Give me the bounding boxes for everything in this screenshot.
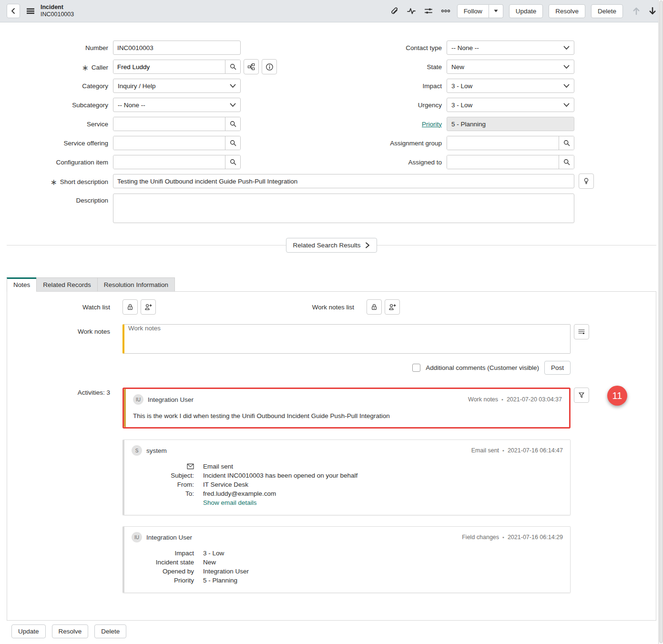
- work-notes-field[interactable]: [122, 324, 571, 354]
- update-button-footer[interactable]: Update: [11, 624, 46, 638]
- activity-entry-work-notes: IU Integration User Work notes 2021-07-2…: [124, 389, 569, 427]
- vertical-scrollbar[interactable]: [658, 0, 663, 644]
- activities-count-label: Activities: 3: [7, 388, 110, 396]
- record-title: Incident INC0010003: [41, 4, 74, 18]
- configuration-item-input[interactable]: [113, 155, 225, 169]
- number-field[interactable]: [113, 41, 241, 55]
- field-change-value: Integration User: [203, 567, 249, 576]
- service-offering-lookup-button[interactable]: [225, 136, 240, 150]
- assigned-to-lookup-button[interactable]: [559, 155, 574, 169]
- work-notes-list-lock-button[interactable]: [367, 299, 382, 315]
- caller-label: Caller: [0, 62, 108, 72]
- next-record-icon[interactable]: [648, 6, 657, 16]
- priority-field-readonly: 5 - Planning: [447, 117, 574, 131]
- state-select[interactable]: New: [447, 60, 574, 74]
- activity-filter-button[interactable]: [574, 388, 589, 403]
- caller-input[interactable]: [113, 60, 225, 73]
- additional-comments-checkbox[interactable]: [412, 364, 420, 372]
- lock-icon: [126, 303, 134, 311]
- lightbulb-icon: [582, 177, 590, 185]
- impact-select[interactable]: 3 - Low: [447, 79, 574, 93]
- assigned-to-field: [447, 155, 574, 169]
- caller-field: [113, 60, 241, 74]
- watch-list-label: Watch list: [7, 304, 110, 311]
- suggestion-button[interactable]: [579, 174, 594, 189]
- post-button[interactable]: Post: [544, 361, 571, 375]
- caller-preview-button[interactable]: [262, 59, 277, 74]
- field-change-value: 5 - Planning: [203, 576, 237, 585]
- update-button[interactable]: Update: [509, 4, 543, 18]
- activity-user: Integration User: [148, 396, 194, 403]
- work-notes-list-add-me-button[interactable]: [385, 299, 400, 315]
- avatar: IU: [132, 532, 142, 542]
- assignment-group-input[interactable]: [447, 136, 559, 150]
- show-related-records-button[interactable]: [244, 59, 259, 74]
- priority-label-link[interactable]: Priority: [422, 121, 442, 128]
- activity-user: system: [146, 447, 167, 454]
- chevron-right-icon: [365, 242, 370, 248]
- watch-list-lock-button[interactable]: [122, 299, 138, 315]
- tab-notes[interactable]: Notes: [7, 277, 36, 292]
- service-label: Service: [0, 121, 108, 128]
- chevron-down-icon: [563, 103, 570, 107]
- watch-list-add-me-button[interactable]: [141, 299, 156, 315]
- personalize-form-icon[interactable]: [423, 6, 434, 16]
- short-description-field[interactable]: [113, 174, 574, 188]
- attachment-icon[interactable]: [389, 6, 400, 17]
- service-input[interactable]: [113, 117, 225, 131]
- follow-button[interactable]: Follow: [457, 4, 489, 18]
- email-from-label: From:: [124, 480, 194, 489]
- email-subject-label: Subject:: [124, 471, 194, 480]
- delete-button[interactable]: Delete: [591, 4, 623, 18]
- configuration-item-label: Configuration item: [0, 159, 108, 166]
- chevron-down-icon: [230, 84, 236, 88]
- number-label: Number: [0, 44, 108, 51]
- activity-user: Integration User: [146, 534, 192, 541]
- activity-entry-email: S system Email sent 2021-07-16 06:14:47 …: [122, 440, 571, 515]
- contact-type-select[interactable]: -- None --: [447, 41, 574, 55]
- follow-dropdown-button[interactable]: [489, 4, 503, 18]
- configuration-item-lookup-button[interactable]: [225, 155, 240, 169]
- delete-button-footer[interactable]: Delete: [94, 624, 126, 638]
- urgency-select[interactable]: 3 - Low: [447, 98, 574, 112]
- assigned-to-input[interactable]: [447, 155, 559, 169]
- show-email-details-link[interactable]: Show email details: [203, 499, 257, 506]
- email-from: IT Service Desk: [203, 480, 248, 489]
- subcategory-select[interactable]: -- None --: [113, 98, 241, 112]
- assignment-group-lookup-button[interactable]: [559, 136, 574, 150]
- related-search-results-button[interactable]: Related Search Results: [286, 238, 377, 253]
- list-icon: [578, 328, 585, 336]
- toggle-activity-fields-button[interactable]: [574, 324, 589, 339]
- email-to-label: To:: [124, 489, 194, 498]
- email-heading: Email sent: [203, 462, 233, 471]
- service-offering-input[interactable]: [113, 136, 225, 150]
- resolve-button-footer[interactable]: Resolve: [52, 624, 89, 638]
- category-select[interactable]: Inquiry / Help: [113, 79, 241, 93]
- caller-lookup-button[interactable]: [225, 60, 240, 73]
- context-menu-icon[interactable]: [26, 7, 35, 15]
- activity-entry-field-changes: IU Integration User Field changes 2021-0…: [122, 526, 571, 593]
- more-options-icon[interactable]: [440, 7, 451, 15]
- chevron-down-icon: [563, 65, 570, 69]
- contact-type-label: Contact type: [406, 44, 442, 51]
- previous-record-icon[interactable]: [632, 6, 641, 16]
- person-add-icon: [388, 303, 397, 311]
- description-field[interactable]: [113, 194, 574, 223]
- category-label: Category: [0, 82, 108, 90]
- subcategory-label: Subcategory: [0, 102, 108, 109]
- service-lookup-button[interactable]: [225, 117, 240, 131]
- record-number: INC0010003: [41, 11, 74, 18]
- resolve-button[interactable]: Resolve: [549, 4, 585, 18]
- caret-down-icon: [493, 9, 499, 13]
- activity-stream-icon[interactable]: [406, 6, 417, 16]
- field-change-label: Priority: [124, 576, 194, 585]
- activity-type: Email sent: [471, 447, 499, 454]
- person-add-icon: [144, 303, 153, 311]
- annotation-highlight-box: IU Integration User Work notes 2021-07-2…: [122, 388, 571, 429]
- tab-resolution-information[interactable]: Resolution Information: [97, 277, 175, 292]
- hierarchy-icon: [247, 63, 255, 71]
- tab-related-records[interactable]: Related Records: [36, 277, 97, 292]
- avatar: S: [132, 445, 142, 456]
- scrollbar-thumb[interactable]: [659, 0, 663, 643]
- back-button[interactable]: [7, 4, 20, 18]
